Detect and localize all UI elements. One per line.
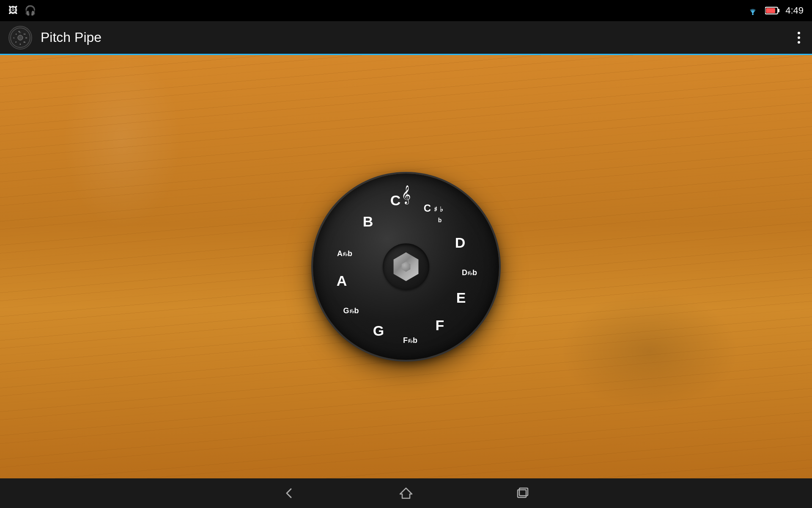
main-content: 𝄞 C C ♯ ♭ b D D♯♭b E F [0,55,812,478]
gallery-icon: 🖼 [8,5,18,16]
app-bar-left: C C# D Eb E F G A B Pitch Pipe [8,26,102,50]
note-F: F [436,317,444,333]
note-C: C [390,192,401,208]
svg-text:B: B [19,30,20,33]
status-right-icons: 4:49 [746,5,804,16]
svg-text:F: F [16,41,17,43]
note-D-sharp: D♯♭b [462,268,477,277]
treble-clef-icon: 𝄞 [401,185,411,205]
svg-point-0 [752,14,754,15]
logo-icon: C C# D Eb E F G A B [10,27,31,48]
home-button[interactable] [394,481,418,505]
svg-text:G: G [14,37,15,39]
svg-text:b: b [438,217,442,224]
status-bar: 🖼 🎧 4:49 [0,0,812,21]
note-F-sharp: F♯♭b [403,336,417,345]
nav-bar [0,478,812,508]
status-left-icons: 🖼 🎧 [8,5,36,16]
disk[interactable]: 𝄞 C C ♯ ♭ b D D♯♭b E F [313,174,499,360]
battery-icon [765,6,779,15]
note-A: A [337,273,347,289]
wifi-icon [746,6,759,15]
note-D: D [455,235,466,251]
note-G: G [373,323,384,339]
svg-point-5 [18,35,23,40]
headphones-icon: 🎧 [25,5,36,16]
back-button[interactable] [277,481,301,505]
pitch-pipe-wheel[interactable]: 𝄞 C C ♯ ♭ b D D♯♭b E F [313,174,499,360]
center-hub [383,243,429,290]
svg-text:C#: C# [24,33,26,35]
svg-text:A: A [15,33,17,35]
svg-text:Eb: Eb [24,41,25,43]
recents-button[interactable] [511,481,535,505]
svg-text:D: D [25,37,27,39]
note-C-sharp: C ♯ ♭ [424,202,444,214]
hex-nut [392,252,420,281]
svg-text:E: E [19,43,21,45]
note-E: E [456,290,466,306]
app-bar: C C# D Eb E F G A B Pitch Pipe [0,21,812,55]
note-B: B [363,213,373,229]
svg-rect-2 [778,9,779,12]
note-G-sharp: G♯♭b [343,306,359,315]
app-title: Pitch Pipe [41,30,102,45]
note-A-sharp: A♯♭b [337,249,352,258]
status-time: 4:49 [785,5,804,16]
app-logo: C C# D Eb E F G A B [8,26,32,50]
svg-rect-3 [766,8,775,13]
overflow-menu-button[interactable] [794,28,804,47]
